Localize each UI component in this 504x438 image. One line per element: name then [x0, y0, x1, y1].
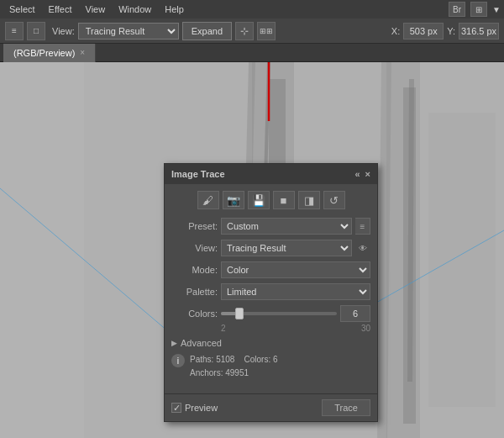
preset-row: Preset: Custom ≡ — [171, 218, 370, 235]
info-icon: i — [171, 354, 185, 367]
colors-slider-thumb[interactable] — [235, 308, 244, 319]
preset-list-icon[interactable]: ≡ — [355, 218, 370, 235]
slider-max-label: 30 — [361, 324, 370, 333]
half-preset-icon[interactable]: ◨ — [298, 191, 320, 209]
eye-icon[interactable]: 👁 — [355, 240, 370, 256]
preview-checkbox-wrap: ✓ Preview — [171, 403, 218, 413]
expand-arrow — [185, 62, 319, 129]
colors-value-input[interactable] — [340, 305, 370, 322]
paths-label: Paths: — [190, 355, 213, 364]
panel-icon-row: 🖌 📷 💾 ■ ◨ ↺ — [171, 191, 370, 209]
svg-rect-4 — [403, 87, 416, 424]
svg-rect-5 — [428, 113, 496, 407]
colors-label: Colors: — [171, 309, 218, 319]
info-row: i Paths: 5108 Colors: 6 Anchors: 49951 — [171, 353, 370, 380]
x-label: X: — [391, 26, 400, 36]
preview-label: Preview — [185, 403, 218, 413]
view-label: View: — [52, 26, 75, 36]
palette-label: Palette: — [171, 287, 218, 297]
toolbar-icon-2[interactable]: □ — [27, 22, 45, 40]
mode-select[interactable]: Color — [221, 261, 370, 278]
svg-rect-6 — [0, 62, 84, 438]
panel-close-icon[interactable]: × — [365, 169, 370, 179]
info-colors-value: 6 — [273, 355, 278, 364]
palette-select[interactable]: Limited — [221, 283, 370, 300]
panel-title: Image Trace — [171, 169, 225, 179]
view-panel-label: View: — [171, 243, 218, 253]
save-preset-icon[interactable]: 💾 — [248, 191, 270, 209]
view-select[interactable]: Tracing Result — [78, 23, 179, 40]
panel-bottom: ✓ Preview Trace — [165, 393, 377, 421]
svg-line-9 — [382, 62, 386, 438]
view-row: View: Tracing Result 👁 — [171, 240, 370, 256]
grid-options: ⊞⊞ — [257, 22, 276, 40]
svg-line-10 — [410, 79, 412, 382]
dropdown-icon[interactable]: ▼ — [492, 5, 501, 14]
trace-button[interactable]: Trace — [322, 399, 370, 416]
toolbar-icon-1[interactable]: ≡ — [5, 22, 24, 40]
menu-window[interactable]: Window — [113, 3, 157, 16]
tab-close-icon[interactable]: × — [80, 48, 85, 57]
menu-effect[interactable]: Effect — [43, 3, 78, 16]
panel-titlebar: Image Trace « × — [165, 164, 377, 184]
preview-checkbox[interactable]: ✓ — [171, 403, 181, 413]
tab-bar: (RGB/Preview) × — [0, 44, 504, 62]
grid-icon-2[interactable]: ⊞⊞ — [257, 22, 276, 40]
slider-min-label: 2 — [221, 324, 226, 333]
view-panel-select[interactable]: Tracing Result — [221, 240, 352, 256]
advanced-section[interactable]: ▶ Advanced — [171, 338, 370, 348]
svg-line-11 — [0, 188, 168, 331]
svg-rect-3 — [386, 62, 420, 438]
camera-preset-icon[interactable]: 📷 — [223, 191, 244, 209]
advanced-arrow-icon: ▶ — [171, 339, 177, 347]
preset-label: Preset: — [171, 221, 218, 231]
canvas-area: Image Trace « × 🖌 📷 💾 ■ ◨ ↺ Preset: Cust — [0, 62, 504, 438]
paths-value: 5108 — [216, 355, 234, 364]
coords-area: X: Y: — [391, 23, 499, 40]
x-input[interactable] — [403, 23, 444, 40]
tab-label: (RGB/Preview) — [13, 48, 75, 58]
mode-label: Mode: — [171, 265, 218, 275]
tab-rgb-preview[interactable]: (RGB/Preview) × — [3, 44, 96, 62]
info-text: Paths: 5108 Colors: 6 Anchors: 49951 — [190, 353, 278, 380]
y-label: Y: — [447, 26, 455, 36]
panel-body: 🖌 📷 💾 ■ ◨ ↺ Preset: Custom ≡ View: Traci… — [165, 184, 377, 393]
y-input[interactable] — [459, 23, 499, 40]
square-preset-icon[interactable]: ■ — [273, 191, 295, 209]
panel-collapse-icon[interactable]: « — [354, 169, 360, 179]
anchors-label: Anchors: — [190, 368, 223, 377]
menu-help[interactable]: Help — [159, 3, 190, 16]
image-trace-panel: Image Trace « × 🖌 📷 💾 ■ ◨ ↺ Preset: Cust — [164, 163, 378, 422]
colors-slider-track[interactable] — [221, 312, 337, 315]
menu-select[interactable]: Select — [3, 3, 41, 16]
menu-view[interactable]: View — [80, 3, 112, 16]
expand-button[interactable]: Expand — [182, 22, 232, 40]
preset-select[interactable]: Custom — [221, 218, 352, 235]
grid-icon[interactable]: ⊞ — [470, 2, 487, 17]
mode-row: Mode: Color — [171, 261, 370, 278]
slider-range-labels: 2 30 — [221, 324, 370, 333]
brush-preset-icon[interactable]: 🖌 — [197, 191, 219, 209]
info-colors-label: Colors: — [244, 355, 271, 364]
colors-slider-row: Colors: — [171, 305, 370, 322]
toolbar: ≡ □ View: Tracing Result Expand ⊹ ⊞⊞ X: … — [0, 18, 504, 44]
br-icon[interactable]: Br — [449, 2, 465, 17]
selection-icon[interactable]: ⊹ — [235, 22, 254, 40]
panel-controls: « × — [354, 169, 370, 179]
advanced-label: Advanced — [181, 338, 222, 348]
palette-row: Palette: Limited — [171, 283, 370, 300]
reset-preset-icon[interactable]: ↺ — [323, 191, 345, 209]
anchors-value: 49951 — [225, 368, 249, 377]
menu-bar: Select Effect View Window Help Br ⊞ ▼ — [0, 0, 504, 18]
